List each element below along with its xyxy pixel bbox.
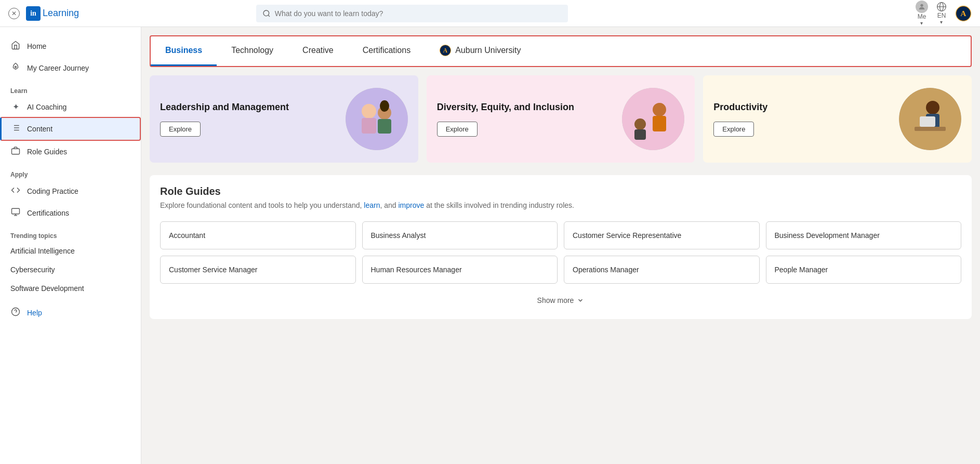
coding-label: Coding Practice — [27, 187, 78, 195]
tab-technology[interactable]: Technology — [217, 36, 288, 66]
svg-rect-15 — [12, 149, 20, 154]
certificate-icon — [10, 207, 21, 219]
nav-right: Me ▾ EN ▾ A — [916, 1, 972, 26]
explore-productivity-button[interactable]: Explore — [713, 122, 754, 137]
tab-creative[interactable]: Creative — [288, 36, 348, 66]
globe-icon — [936, 2, 947, 12]
main-content: Business Technology Creative Certificati… — [141, 27, 980, 464]
linkedin-logo: in Learning — [26, 6, 79, 21]
role-guides-label: Role Guides — [27, 148, 67, 156]
sidebar-item-ai[interactable]: Artificial Intelligence — [0, 242, 141, 260]
language-label: EN — [937, 12, 946, 19]
improve-link[interactable]: improve — [398, 201, 424, 209]
search-bar[interactable] — [256, 5, 568, 22]
code-icon — [10, 185, 21, 197]
apply-section-label: Apply — [0, 163, 141, 180]
ai-coaching-label: AI Coaching — [27, 103, 67, 111]
lang-dropdown-arrow: ▾ — [940, 19, 943, 25]
sidebar: Home My Career Journey Learn ✦ AI Coachi… — [0, 27, 141, 464]
role-card-accountant[interactable]: Accountant — [160, 221, 356, 249]
sidebar-item-home[interactable]: Home — [0, 35, 141, 57]
svg-line-1 — [268, 15, 270, 17]
leadership-illustration — [346, 88, 408, 150]
role-card-business-analyst[interactable]: Business Analyst — [362, 221, 558, 249]
close-button[interactable]: ✕ — [8, 8, 20, 19]
me-label: Me — [918, 13, 926, 20]
role-card-business-dev-manager[interactable]: Business Development Manager — [766, 221, 962, 249]
productivity-illustration — [899, 88, 961, 150]
card-productivity-image — [899, 88, 961, 150]
role-card-customer-service-rep[interactable]: Customer Service Representative — [564, 221, 760, 249]
role-guides-section: Role Guides Explore foundational content… — [150, 175, 972, 319]
auburn-logo[interactable]: A — [955, 5, 972, 22]
svg-point-0 — [263, 10, 269, 16]
linkedin-icon: in — [26, 6, 41, 21]
card-leadership: Leadership and Management Explore — [150, 75, 418, 163]
content-label: Content — [27, 125, 52, 133]
briefcase-icon — [10, 146, 21, 157]
app-title: Learning — [43, 8, 79, 19]
language-menu[interactable]: EN ▾ — [936, 2, 947, 25]
svg-rect-31 — [653, 116, 666, 131]
me-menu[interactable]: Me ▾ — [916, 1, 928, 26]
learn-link[interactable]: learn — [364, 201, 380, 209]
role-card-people-manager[interactable]: People Manager — [766, 256, 962, 284]
learn-section-label: Learn — [0, 79, 141, 97]
show-more-button[interactable]: Show more — [160, 292, 961, 309]
diversity-illustration — [622, 88, 684, 150]
sidebar-item-role-guides[interactable]: Role Guides — [0, 141, 141, 163]
tab-auburn[interactable]: A Auburn University — [425, 36, 535, 66]
explore-leadership-button[interactable]: Explore — [160, 122, 201, 137]
chevron-down-icon — [577, 297, 584, 304]
roles-grid: Accountant Business Analyst Customer Ser… — [160, 221, 961, 284]
svg-point-23 — [346, 88, 408, 150]
role-card-operations-manager[interactable]: Operations Manager — [564, 256, 760, 284]
card-productivity: Productivity Explore — [703, 75, 972, 163]
tabs-container: Business Technology Creative Certificati… — [150, 35, 972, 67]
card-productivity-content: Productivity Explore — [713, 101, 899, 137]
sidebar-item-certifications[interactable]: Certifications — [0, 202, 141, 224]
sidebar-item-help[interactable]: Help — [0, 302, 141, 324]
sidebar-item-career[interactable]: My Career Journey — [0, 57, 141, 79]
role-card-customer-service-manager[interactable]: Customer Service Manager — [160, 256, 356, 284]
tab-certifications[interactable]: Certifications — [348, 36, 425, 66]
svg-rect-33 — [634, 129, 646, 140]
category-cards-row: Leadership and Management Explore — [150, 75, 972, 163]
svg-text:A: A — [960, 9, 966, 18]
sidebar-item-ai-coaching[interactable]: ✦ AI Coaching — [0, 97, 141, 117]
role-card-hr-manager[interactable]: Human Resources Manager — [362, 256, 558, 284]
list-icon — [10, 123, 21, 135]
svg-point-19 — [12, 308, 20, 316]
me-dropdown-arrow: ▾ — [920, 20, 923, 26]
home-label: Home — [27, 42, 46, 50]
card-diversity-image — [622, 88, 684, 150]
svg-rect-27 — [378, 119, 391, 134]
svg-text:A: A — [443, 47, 448, 54]
search-input[interactable] — [275, 9, 562, 18]
svg-point-28 — [380, 100, 389, 112]
sidebar-item-cybersecurity[interactable]: Cybersecurity — [0, 260, 141, 279]
trending-section-label: Trending topics — [0, 224, 141, 242]
card-productivity-title: Productivity — [713, 101, 899, 113]
sidebar-item-software[interactable]: Software Development — [0, 279, 141, 298]
svg-point-35 — [926, 101, 939, 114]
ai-label: Artificial Intelligence — [10, 247, 75, 255]
explore-diversity-button[interactable]: Explore — [437, 122, 478, 137]
certifications-label: Certifications — [27, 209, 69, 217]
ai-star-icon: ✦ — [10, 102, 21, 112]
home-icon — [10, 41, 21, 52]
card-leadership-title: Leadership and Management — [160, 101, 346, 113]
auburn-icon: A — [956, 6, 971, 21]
svg-rect-16 — [12, 208, 20, 214]
cyber-label: Cybersecurity — [10, 266, 55, 274]
auburn-tab-icon: A — [440, 45, 451, 56]
help-icon — [10, 307, 21, 319]
svg-point-24 — [362, 104, 376, 118]
tab-business[interactable]: Business — [151, 36, 217, 66]
sidebar-item-content[interactable]: Content — [0, 117, 141, 141]
sidebar-item-coding[interactable]: Coding Practice — [0, 180, 141, 202]
role-guides-subtitle: Explore foundational content and tools t… — [160, 201, 961, 211]
rocket-icon — [10, 62, 21, 74]
career-label: My Career Journey — [27, 64, 89, 72]
svg-point-30 — [653, 103, 666, 116]
